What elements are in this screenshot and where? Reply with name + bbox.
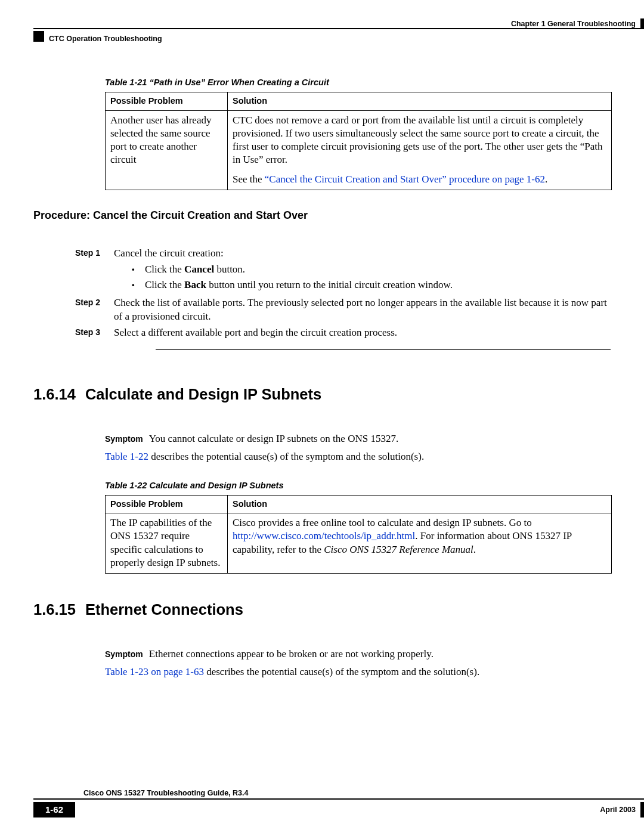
step-1-bullet-1: • Click the Cancel button. xyxy=(114,263,611,277)
section-1-6-15-num: 1.6.15 xyxy=(33,601,76,618)
step-2-label: Step 2 xyxy=(75,296,114,324)
table-21-s2-pre: See the xyxy=(233,174,265,185)
link-table-1-22[interactable]: Table 1-22 xyxy=(105,451,148,462)
steps-end-rule xyxy=(156,349,611,350)
section-15-symptom-text: Ethernet connections appear to be broken… xyxy=(149,648,434,659)
section-14-desc: Table 1-22 describes the potential cause… xyxy=(105,450,611,464)
b2-bold: Back xyxy=(184,279,206,290)
table-21-th2: Solution xyxy=(228,92,612,111)
step-1-bullet-2: • Click the Back button until you return… xyxy=(114,278,611,292)
table-22: Possible Problem Solution The IP capabil… xyxy=(105,495,612,574)
section-15-symptom-block: SymptomEthernet connections appear to be… xyxy=(105,647,611,679)
table-22-th2: Solution xyxy=(228,495,612,513)
b2-post: button until you return to the initial c… xyxy=(206,279,453,290)
t22-sol-pre: Cisco provides a free online tool to cal… xyxy=(233,517,532,528)
step-1-label: Step 1 xyxy=(75,247,114,294)
section-15-desc-post: describes the potential cause(s) of the … xyxy=(204,666,479,677)
step-1-bullet-1-text: Click the Cancel button. xyxy=(145,263,245,277)
table-21-s2-post: . xyxy=(545,174,547,185)
step-3-text: Select a different available port and be… xyxy=(114,326,611,340)
page-content: Table 1-21 “Path in Use” Error When Crea… xyxy=(33,78,611,679)
header-bar-right xyxy=(640,18,644,29)
t22-sol-post: . xyxy=(473,544,476,555)
section-1-6-15-title: Ethernet Connections xyxy=(85,601,243,618)
link-cancel-procedure[interactable]: “Cancel the Circuit Creation and Start O… xyxy=(265,174,545,185)
step-2-text: Check the list of available ports. The p… xyxy=(114,296,611,324)
step-1-bullet-2-text: Click the Back button until you return t… xyxy=(145,278,453,292)
section-14-symptom-block: SymptomYou cannot calculate or design IP… xyxy=(105,432,611,464)
b2-pre: Click the xyxy=(145,279,184,290)
table-21-solution1: CTC does not remove a card or port from … xyxy=(228,110,612,170)
table-21-th1: Possible Problem xyxy=(106,92,228,111)
section-14-symptom-text: You cannot calculate or design IP subnet… xyxy=(149,433,398,444)
step-2: Step 2 Check the list of available ports… xyxy=(75,296,611,324)
step-3: Step 3 Select a different available port… xyxy=(75,326,611,340)
table-21-blank xyxy=(106,170,228,190)
table-22-caption: Table 1-22 Calculate and Design IP Subne… xyxy=(105,481,611,490)
link-cisco-ip-tool[interactable]: http://www.cisco.com/techtools/ip_addr.h… xyxy=(233,530,415,541)
header-square-icon xyxy=(33,31,44,42)
table-22-problem: The IP capabilities of the ONS 15327 req… xyxy=(106,513,228,573)
b1-pre: Click the xyxy=(145,264,184,275)
table-21-caption: Table 1-21 “Path in Use” Error When Crea… xyxy=(105,78,611,87)
footer-doc-title: Cisco ONS 15327 Troubleshooting Guide, R… xyxy=(83,789,248,797)
footer-date: April 2003 xyxy=(600,806,636,814)
symptom-label: Symptom xyxy=(105,434,143,444)
step-1-text: Cancel the circuit creation: xyxy=(114,247,224,259)
footer-page-number: 1-62 xyxy=(33,802,75,817)
bullet-icon: • xyxy=(132,278,145,292)
header-chapter: Chapter 1 General Troubleshooting xyxy=(511,20,636,28)
table-21: Possible Problem Solution Another user h… xyxy=(105,92,612,190)
table-22-th1: Possible Problem xyxy=(106,495,228,513)
section-15-symptom-line: SymptomEthernet connections appear to be… xyxy=(105,647,611,661)
footer-bar-right xyxy=(640,802,644,817)
step-1-body: Cancel the circuit creation: • Click the… xyxy=(114,247,611,294)
table-21-solution2: See the “Cancel the Circuit Creation and… xyxy=(228,170,612,190)
section-1-6-15-heading: 1.6.15Ethernet Connections xyxy=(33,601,611,618)
section-14-symptom-line: SymptomYou cannot calculate or design IP… xyxy=(105,432,611,446)
table-22-solution: Cisco provides a free online tool to cal… xyxy=(228,513,612,573)
section-1-6-14-title: Calculate and Design IP Subnets xyxy=(85,386,321,402)
section-15-desc: Table 1-23 on page 1-63 describes the po… xyxy=(105,665,611,679)
header-section: CTC Operation Troubleshooting xyxy=(49,35,162,43)
footer-rule xyxy=(33,798,644,800)
bullet-icon: • xyxy=(132,263,145,277)
section-1-6-14-num: 1.6.14 xyxy=(33,386,76,402)
header-rule xyxy=(33,28,644,29)
symptom-label: Symptom xyxy=(105,649,143,659)
procedure-title: Procedure: Cancel the Circuit Creation a… xyxy=(33,209,611,222)
step-1: Step 1 Cancel the circuit creation: • Cl… xyxy=(75,247,611,294)
section-14-desc-post: describes the potential cause(s) of the … xyxy=(148,451,424,462)
table-21-problem: Another user has already selected the sa… xyxy=(106,110,228,170)
link-table-1-23[interactable]: Table 1-23 on page 1-63 xyxy=(105,666,204,677)
t22-sol-em: Cisco ONS 15327 Reference Manual xyxy=(324,544,473,555)
section-1-6-14-heading: 1.6.14Calculate and Design IP Subnets xyxy=(33,386,611,403)
step-3-label: Step 3 xyxy=(75,326,114,340)
b1-post: button. xyxy=(214,264,245,275)
procedure-steps: Step 1 Cancel the circuit creation: • Cl… xyxy=(75,247,611,350)
b1-bold: Cancel xyxy=(184,264,214,275)
